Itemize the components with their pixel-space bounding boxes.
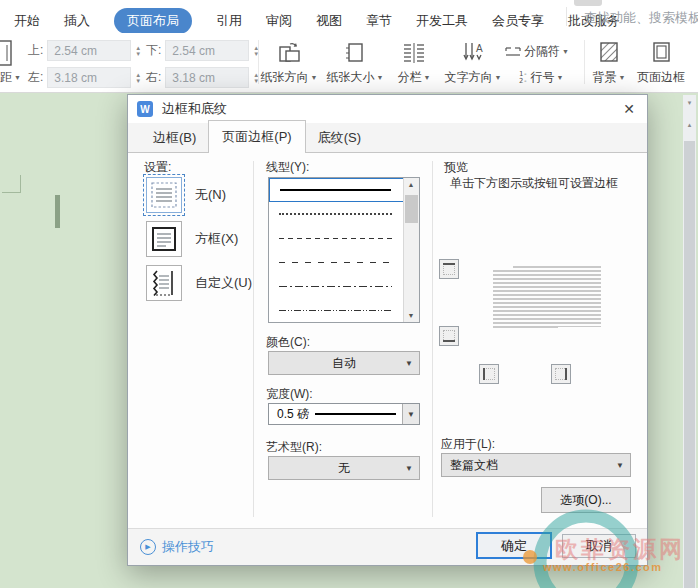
breaks-icon <box>505 45 521 58</box>
menu-tab-home[interactable]: 开始 <box>14 12 40 30</box>
chevron-down-icon: ▼ <box>405 359 413 368</box>
paper-orientation-icon <box>276 40 302 64</box>
right-edge-mark <box>565 368 567 380</box>
options-button-label: 选项(O)... <box>560 492 611 509</box>
art-style-dropdown[interactable]: 无 ▼ <box>268 456 420 480</box>
setting-option-label: 无(N) <box>195 186 226 204</box>
settings-label: 设置: <box>144 159 171 176</box>
bottom-edge-mark <box>443 340 455 342</box>
listbox-scrollbar[interactable]: ▲ ▼ <box>403 178 419 322</box>
chevron-down-icon: ▼ <box>14 74 21 81</box>
margin-left-field: 左: 3.18 cm ▲▼ <box>28 67 141 88</box>
margin-left-label: 左: <box>28 69 43 86</box>
menu-tab-insert[interactable]: 插入 <box>64 12 90 30</box>
dialog-tabs: 边框(B) 页面边框(P) 底纹(S) <box>128 123 647 153</box>
tab-borders[interactable]: 边框(B) <box>141 123 208 153</box>
text-direction-button[interactable]: A 文字方向▼ <box>438 40 508 86</box>
line-numbers-button[interactable]: 1-2- 行号▼ <box>519 69 563 86</box>
ruler-toggle-icon[interactable]: ▾ <box>683 99 696 107</box>
chevron-down-icon: ▼ <box>402 404 419 424</box>
page-margins-button-partial[interactable]: 距▼ <box>0 37 26 87</box>
preview-lastline-mask <box>558 327 601 331</box>
top-border-toggle-button[interactable] <box>439 259 459 279</box>
scroll-down-icon[interactable]: ▼ <box>404 312 418 319</box>
breaks-button[interactable]: 分隔符▼ <box>505 43 569 60</box>
setting-option-custom[interactable]: 自定义(U) <box>146 265 252 301</box>
color-value: 自动 <box>332 355 356 372</box>
tab-shading[interactable]: 底纹(S) <box>306 123 373 153</box>
margin-left-stepper[interactable]: ▲▼ <box>135 72 141 84</box>
dialog-body: 设置: 无(N) <box>128 153 647 529</box>
scrollbar-thumb[interactable] <box>684 141 695 588</box>
line-numbers-label: 行号 <box>530 69 554 86</box>
ribbon-divider <box>584 40 585 84</box>
chevron-down-icon: ▼ <box>616 461 624 470</box>
setting-option-label: 方框(X) <box>195 230 238 248</box>
top-edge-mark <box>443 263 455 265</box>
left-border-toggle-button[interactable] <box>479 364 499 384</box>
color-dropdown[interactable]: 自动 ▼ <box>268 351 420 375</box>
bottom-border-toggle-button[interactable] <box>439 326 459 346</box>
margin-left-input[interactable]: 3.18 cm <box>47 67 131 88</box>
text-direction-icon: A <box>460 40 486 64</box>
margin-top-label: 上: <box>28 42 43 59</box>
dialog-title: 边框和底纹 <box>162 100 227 118</box>
line-style-option-solid[interactable] <box>269 178 404 202</box>
setting-option-box[interactable]: 方框(X) <box>146 221 238 257</box>
window-tab-fragment <box>574 0 602 6</box>
line-style-option-dash-dot-dot[interactable] <box>269 298 404 322</box>
ok-button[interactable]: 确定 <box>476 532 552 559</box>
preview-text-lines <box>493 266 601 330</box>
line-style-option-dashed[interactable] <box>269 226 404 250</box>
margin-top-stepper[interactable]: ▲▼ <box>135 45 141 57</box>
ribbon: 距▼ 上: 2.54 cm ▲▼ 下: 2.54 cm ▲▼ 左: 3.18 c… <box>0 33 698 93</box>
page-margins-label: 距 <box>0 69 12 86</box>
menu-tab-view[interactable]: 视图 <box>316 12 342 30</box>
right-border-toggle-button[interactable] <box>551 364 571 384</box>
page-border-button[interactable]: 页面边框 <box>632 40 690 86</box>
menu-tab-section[interactable]: 章节 <box>366 12 392 30</box>
margin-bottom-label: 下: <box>146 42 161 59</box>
apply-to-value: 整篇文档 <box>450 457 498 474</box>
play-icon: ▶ <box>140 539 156 555</box>
line-style-option-dotted[interactable] <box>269 202 404 226</box>
menu-tab-references[interactable]: 引用 <box>216 12 242 30</box>
menu-tab-page-layout[interactable]: 页面布局 <box>114 8 192 34</box>
tab-page-border[interactable]: 页面边框(P) <box>208 120 305 153</box>
column-divider <box>253 161 254 517</box>
scroll-up-icon[interactable]: ▴ <box>683 121 696 129</box>
paper-size-button[interactable]: 纸张大小▼ <box>322 40 388 86</box>
scroll-up-icon[interactable]: ▲ <box>404 181 418 188</box>
options-button[interactable]: 选项(O)... <box>541 487 631 513</box>
column-divider <box>432 161 433 517</box>
vertical-scrollbar[interactable]: ▾ ▴ <box>683 95 696 588</box>
menu-tab-review[interactable]: 审阅 <box>266 12 292 30</box>
margin-right-field: 右: 3.18 cm ▲▼ <box>146 67 259 88</box>
margin-top-input[interactable]: 2.54 cm <box>47 40 131 61</box>
line-numbers-icon: 1-2- <box>519 71 527 85</box>
chevron-down-icon: ▼ <box>424 74 431 81</box>
columns-button[interactable]: 分栏▼ <box>390 40 438 86</box>
menu-tab-dev-tools[interactable]: 开发工具 <box>416 12 468 30</box>
search-box[interactable]: 查找功能、搜索模板 <box>577 9 698 27</box>
chevron-down-icon: ▼ <box>377 74 384 81</box>
background-button[interactable]: 背景▼ <box>588 40 630 86</box>
scrollbar-thumb[interactable] <box>405 195 418 223</box>
margin-bottom-input[interactable]: 2.54 cm <box>165 40 249 61</box>
paper-size-label: 纸张大小 <box>327 69 375 86</box>
tips-link[interactable]: ▶ 操作技巧 <box>140 538 214 556</box>
width-combo[interactable]: 0.5 磅 ▼ <box>268 403 420 425</box>
apply-to-dropdown[interactable]: 整篇文档 ▼ <box>441 453 631 477</box>
paper-orientation-button[interactable]: 纸张方向▼ <box>256 40 322 86</box>
setting-option-none[interactable]: 无(N) <box>146 177 226 213</box>
cancel-button[interactable]: 取消 <box>562 534 636 558</box>
line-style-listbox[interactable]: ▲ ▼ <box>268 177 420 323</box>
breaks-label: 分隔符 <box>524 43 560 60</box>
close-icon[interactable]: ✕ <box>617 99 641 119</box>
chevron-down-icon: ▼ <box>562 48 569 55</box>
margin-right-input[interactable]: 3.18 cm <box>165 67 249 88</box>
line-style-option-dash-large[interactable] <box>269 250 404 274</box>
art-style-value: 无 <box>338 460 350 477</box>
line-style-option-dash-dot[interactable] <box>269 274 404 298</box>
menu-tab-membership[interactable]: 会员专享 <box>492 12 544 30</box>
